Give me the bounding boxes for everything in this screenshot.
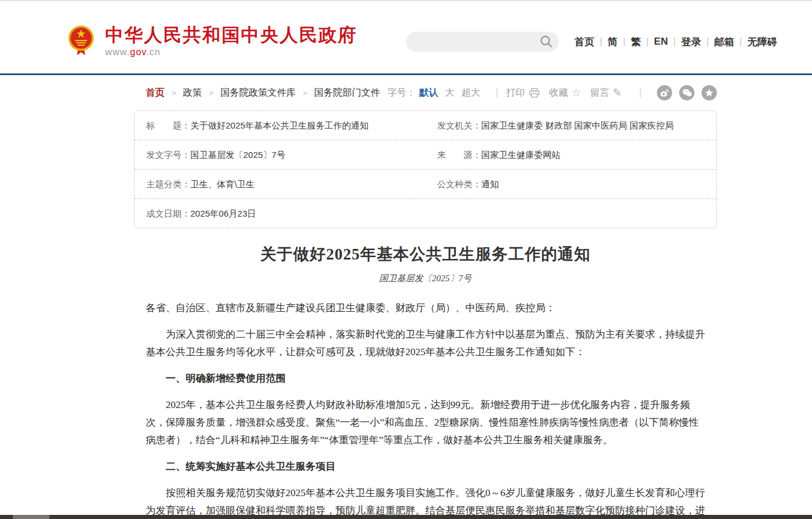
breadcrumb-home[interactable]: 首页: [146, 87, 165, 99]
meta-label: 标 题：: [146, 111, 190, 140]
meta-label: 发文机关：: [437, 111, 481, 140]
meta-row: 成文日期： 2025年06月23日: [135, 199, 716, 228]
meta-value: 2025年06月23日: [190, 199, 256, 228]
search-input[interactable]: [415, 33, 540, 50]
toolbar-divider: |: [639, 87, 642, 98]
site-url: www.gov.cn: [105, 47, 357, 58]
footer-top-bar: [0, 515, 812, 519]
comment-button[interactable]: 留言 ✎: [590, 87, 622, 99]
nav-traditional[interactable]: 繁: [626, 35, 646, 49]
meta-value: 卫生、体育\卫生: [190, 170, 254, 198]
footer-bar-segment: [13, 515, 49, 519]
site-title: 中华人民共和国中央人民政府: [105, 25, 357, 45]
comment-label: 留言: [590, 87, 609, 99]
favorite-label: 收藏: [549, 87, 568, 99]
document-meta-table: 标 题： 关于做好2025年基本公共卫生服务工作的通知 发文机关： 国家卫生健康…: [134, 110, 717, 228]
breadcrumb-department-docs[interactable]: 国务院部门文件: [314, 87, 380, 99]
nav-accessibility[interactable]: 无障碍: [742, 35, 783, 49]
meta-value: 关于做好2025年基本公共卫生服务工作的通知: [190, 111, 368, 140]
chevron-right-icon: >: [209, 89, 214, 97]
meta-label: 主题分类：: [146, 170, 190, 198]
intro-paragraph: 为深入贯彻党的二十届三中全会精神，落实新时代党的卫生与健康工作方针中以基层为重点…: [146, 326, 705, 361]
favorite-button[interactable]: 收藏 ☆: [549, 87, 581, 99]
meta-label: 来 源：: [437, 140, 481, 169]
print-button[interactable]: 打印: [506, 87, 540, 99]
meta-issuing-agency-cell: 发文机关： 国家卫生健康委 财政部 国家中医药局 国家疾控局: [425, 111, 716, 140]
top-nav: 首页| 简| 繁| EN| 登录| 邮箱| 无障碍: [569, 35, 783, 49]
font-size-default-button[interactable]: 默认: [419, 87, 438, 99]
nav-login[interactable]: 登录: [676, 35, 706, 49]
site-url-www: www.: [105, 47, 130, 57]
breadcrumb-policy-library[interactable]: 国务院政策文件库: [220, 87, 296, 99]
meta-title-cell: 标 题： 关于做好2025年基本公共卫生服务工作的通知: [135, 111, 425, 140]
search-box[interactable]: [406, 32, 559, 52]
nav-simplified[interactable]: 简: [602, 35, 623, 49]
printer-icon: [529, 88, 540, 98]
font-size-large-button[interactable]: 大: [445, 87, 454, 99]
font-size-xlarge-button[interactable]: 超大: [461, 87, 480, 99]
search-button[interactable]: [540, 35, 553, 48]
document-number: 国卫基层发〔2025〕7号: [146, 273, 705, 284]
meta-value: 国卫基层发〔2025〕7号: [190, 140, 286, 169]
search-icon: [540, 35, 553, 48]
wechat-icon: [682, 89, 692, 97]
meta-value: 国家卫生健康委 财政部 国家中医药局 国家疾控局: [481, 111, 674, 140]
salutation-paragraph: 各省、自治区、直辖市及新疆生产建设兵团卫生健康委、财政厅（局）、中医药局、疾控局…: [146, 299, 705, 317]
main-column: 首页 > 政策 > 国务院政策文件库 > 国务院部门文件 字号： 默认 大 超大…: [134, 86, 717, 519]
meta-value: 国家卫生健康委网站: [481, 140, 561, 169]
national-emblem-icon: [66, 25, 96, 58]
document-toolbar: 字号： 默认 大 超大 | 打印 收藏 ☆ 留言 ✎ |: [387, 85, 717, 100]
section1-heading: 一、明确新增经费使用范围: [146, 370, 705, 387]
chevron-right-icon: >: [172, 89, 176, 97]
breadcrumb: 首页 > 政策 > 国务院政策文件库 > 国务院部门文件: [134, 87, 380, 99]
breadcrumb-policy[interactable]: 政策: [183, 87, 202, 99]
weibo-icon: [660, 89, 669, 97]
meta-row: 发文字号： 国卫基层发〔2025〕7号 来 源： 国家卫生健康委网站: [135, 140, 716, 170]
section2-paragraph: 按照相关服务规范切实做好2025年基本公共卫生服务项目实施工作。强化0～6岁儿童…: [146, 484, 705, 519]
share-qzone-button[interactable]: [702, 85, 717, 100]
meta-label: 成文日期：: [146, 199, 190, 228]
site-title-block: 中华人民共和国中央人民政府 www.gov.cn: [105, 25, 357, 58]
share-wechat-button[interactable]: [679, 85, 694, 100]
font-size-label: 字号：: [387, 87, 415, 99]
meta-date-cell: 成文日期： 2025年06月23日: [135, 199, 425, 228]
share-weibo-button[interactable]: [657, 85, 672, 100]
site-url-gov: gov: [130, 47, 146, 57]
meta-source-cell: 来 源： 国家卫生健康委网站: [425, 140, 716, 169]
nav-home[interactable]: 首页: [569, 35, 600, 49]
breadcrumb-toolbar-row: 首页 > 政策 > 国务院政策文件库 > 国务院部门文件 字号： 默认 大 超大…: [134, 86, 717, 100]
print-label: 打印: [506, 87, 525, 99]
site-logo[interactable]: 中华人民共和国中央人民政府 www.gov.cn: [66, 25, 357, 58]
star-icon: ☆: [572, 87, 581, 98]
document-title: 关于做好2025年基本公共卫生服务工作的通知: [146, 244, 705, 265]
toolbar-divider: |: [495, 87, 498, 98]
meta-row: 主题分类： 卫生、体育\卫生 公文种类： 通知: [135, 170, 716, 199]
meta-label: 发文字号：: [146, 140, 190, 169]
header-divider: [0, 73, 812, 75]
star-badge-icon: [704, 88, 714, 97]
nav-mail[interactable]: 邮箱: [709, 35, 740, 49]
meta-topic-category-cell: 主题分类： 卫生、体育\卫生: [135, 170, 425, 198]
meta-doc-type-cell: 公文种类： 通知: [425, 170, 716, 198]
site-header: 中华人民共和国中央人民政府 www.gov.cn 首页| 简| 繁| EN| 登…: [0, 1, 812, 73]
document-body: 关于做好2025年基本公共卫生服务工作的通知 国卫基层发〔2025〕7号 各省、…: [134, 244, 717, 519]
meta-doc-number-cell: 发文字号： 国卫基层发〔2025〕7号: [135, 140, 425, 169]
chevron-right-icon: >: [303, 89, 307, 97]
section2-heading: 二、统筹实施好基本公共卫生服务项目: [146, 458, 705, 476]
section1-paragraph: 2025年，基本公共卫生服务经费人均财政补助标准增加5元，达到99元。新增经费用…: [146, 396, 705, 449]
meta-row: 标 题： 关于做好2025年基本公共卫生服务工作的通知 发文机关： 国家卫生健康…: [135, 111, 716, 140]
meta-value: 通知: [481, 170, 499, 198]
meta-label: 公文种类：: [437, 170, 481, 198]
pencil-icon: ✎: [613, 87, 622, 98]
site-url-cn: .cn: [146, 47, 160, 57]
nav-english[interactable]: EN: [649, 36, 673, 48]
header-right: 首页| 简| 繁| EN| 登录| 邮箱| 无障碍: [406, 32, 783, 52]
